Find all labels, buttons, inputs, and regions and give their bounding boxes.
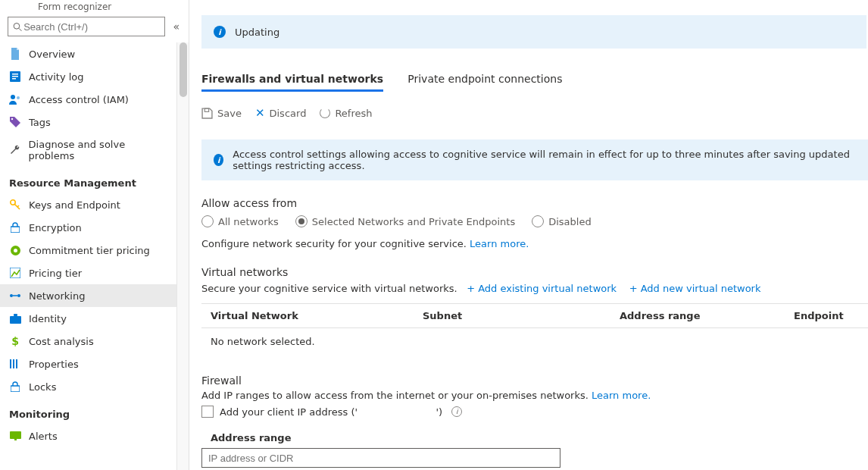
svg-rect-20 — [14, 314, 17, 316]
svg-rect-23 — [16, 359, 17, 368]
discard-button[interactable]: ✕ Discard — [255, 106, 306, 120]
sidebar-item-label: Activity log — [29, 71, 84, 83]
radio-all-networks[interactable]: All networks — [201, 215, 279, 227]
sidebar-item-keys[interactable]: Keys and Endpoint — [0, 193, 176, 216]
key-icon — [9, 199, 21, 211]
radio-selected-networks[interactable]: Selected Networks and Private Endpoints — [295, 215, 515, 227]
col-address-range: Address range — [620, 310, 794, 321]
sidebar-item-encryption[interactable]: Encryption — [0, 216, 176, 239]
learn-more-link[interactable]: Learn more. — [470, 238, 529, 249]
address-range-header: Address range — [211, 432, 868, 443]
sidebar-item-identity[interactable]: Identity — [0, 307, 176, 330]
sidebar-item-iam[interactable]: Access control (IAM) — [0, 88, 176, 111]
sidebar-item-overview[interactable]: Overview — [0, 42, 176, 65]
collapse-sidebar-button[interactable]: « — [170, 19, 183, 34]
svg-rect-5 — [12, 78, 16, 80]
col-virtual-network: Virtual Network — [211, 310, 423, 321]
sidebar-item-networking[interactable]: Networking — [0, 284, 176, 307]
svg-point-8 — [11, 118, 13, 120]
vnet-subtitle: Secure your cognitive service with virtu… — [201, 283, 868, 294]
alerts-icon — [9, 430, 21, 442]
sidebar-item-label: Diagnose and solve problems — [29, 139, 170, 161]
info-icon[interactable]: i — [451, 406, 462, 417]
lock-icon — [9, 221, 21, 233]
group-monitoring: Monitoring — [0, 398, 189, 425]
resource-type-label: Form recognizer — [0, 0, 189, 17]
sidebar-item-tags[interactable]: Tags — [0, 111, 176, 133]
sidebar-item-label: Commitment tier pricing — [29, 245, 150, 256]
svg-rect-26 — [14, 439, 17, 440]
sidebar-item-commitment[interactable]: Commitment tier pricing — [0, 239, 176, 262]
search-box[interactable] — [8, 17, 165, 36]
vnet-empty-row: No network selected. — [201, 328, 868, 355]
sidebar-item-label: Access control (IAM) — [29, 94, 129, 105]
refresh-icon — [320, 108, 330, 118]
svg-rect-21 — [10, 359, 11, 368]
tab-firewalls[interactable]: Firewalls and virtual networks — [201, 68, 383, 92]
access-notice: i Access control settings allowing acces… — [201, 139, 868, 180]
svg-line-11 — [17, 205, 19, 207]
sidebar-item-label: Properties — [29, 359, 79, 370]
dollar-icon: $ — [9, 335, 21, 347]
vnet-table: Virtual Network Subnet Address range End… — [201, 303, 868, 355]
col-subnet: Subnet — [423, 310, 620, 321]
address-range-input[interactable] — [201, 448, 560, 468]
sidebar-item-activity-log[interactable]: Activity log — [0, 65, 176, 88]
sidebar-item-label: Overview — [29, 49, 75, 60]
document-icon — [9, 48, 21, 60]
updating-banner: i Updating — [201, 15, 866, 49]
sidebar-item-properties[interactable]: Properties — [0, 352, 176, 375]
group-resource-management: Resource Management — [0, 167, 189, 193]
sidebar-item-label: Keys and Endpoint — [29, 199, 120, 211]
sidebar: Form recognizer « Overview Activity log … — [0, 0, 189, 470]
sidebar-item-label: Identity — [29, 313, 67, 324]
search-icon — [13, 22, 22, 32]
svg-rect-3 — [12, 74, 18, 75]
main-content: i Updating Firewalls and virtual network… — [189, 0, 868, 470]
x-icon: ✕ — [255, 106, 265, 120]
tab-private-endpoint[interactable]: Private endpoint connections — [407, 68, 562, 89]
add-client-ip-label: Add your client IP address (' ') — [220, 406, 442, 418]
svg-point-0 — [14, 23, 20, 29]
vnet-title: Virtual networks — [201, 266, 868, 278]
scrollbar[interactable] — [176, 42, 189, 470]
firewall-learn-more-link[interactable]: Learn more. — [592, 390, 651, 401]
refresh-button[interactable]: Refresh — [320, 108, 372, 119]
save-icon — [201, 108, 213, 119]
configure-desc: Configure network security for your cogn… — [201, 238, 868, 249]
sidebar-item-label: Pricing tier — [29, 268, 82, 279]
col-endpoint: Endpoint — [794, 310, 859, 321]
svg-rect-19 — [10, 316, 21, 324]
sidebar-item-diagnose[interactable]: Diagnose and solve problems — [0, 133, 176, 167]
info-icon: i — [214, 154, 223, 166]
sidebar-item-locks[interactable]: Locks — [0, 375, 176, 398]
sidebar-item-label: Locks — [29, 381, 56, 393]
sidebar-item-cost[interactable]: $Cost analysis — [0, 330, 176, 352]
search-input[interactable] — [22, 20, 160, 33]
allow-access-radios: All networks Selected Networks and Priva… — [201, 215, 868, 227]
svg-rect-22 — [13, 359, 14, 368]
sidebar-item-label: Encryption — [29, 222, 82, 233]
banner-text: Updating — [235, 27, 279, 38]
sidebar-item-alerts[interactable]: Alerts — [0, 425, 176, 447]
add-new-vnet-link[interactable]: + Add new virtual network — [629, 283, 761, 294]
svg-rect-24 — [11, 386, 20, 392]
svg-point-6 — [11, 95, 15, 99]
log-icon — [9, 70, 21, 83]
save-button[interactable]: Save — [201, 108, 242, 119]
radio-disabled[interactable]: Disabled — [532, 215, 591, 227]
networking-icon — [9, 290, 21, 302]
svg-rect-4 — [12, 76, 18, 77]
add-existing-vnet-link[interactable]: + Add existing virtual network — [467, 283, 617, 294]
tab-bar: Firewalls and virtual networks Private e… — [201, 68, 868, 92]
briefcase-icon — [9, 312, 21, 324]
sidebar-item-pricing-tier[interactable]: Pricing tier — [0, 262, 176, 284]
svg-rect-12 — [11, 227, 20, 233]
svg-point-14 — [14, 249, 17, 252]
info-icon: i — [214, 26, 226, 38]
add-client-ip-checkbox[interactable] — [201, 406, 214, 418]
tag-icon — [9, 116, 21, 128]
firewall-desc: Add IP ranges to allow access from the i… — [201, 390, 868, 401]
svg-rect-25 — [10, 431, 21, 439]
lock-icon — [9, 381, 21, 393]
